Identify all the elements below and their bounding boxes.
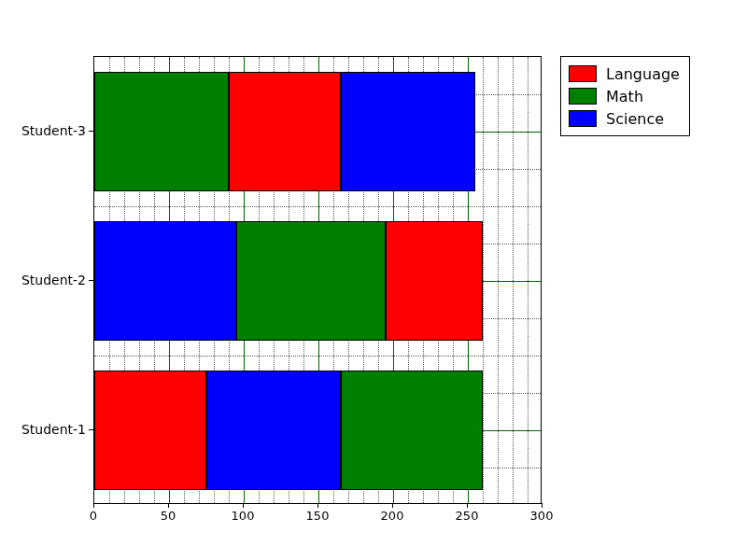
grid-minor-h: [94, 206, 541, 207]
legend-label: Language: [606, 65, 680, 83]
tick-mark: [89, 280, 93, 281]
grid-minor-h: [94, 356, 541, 357]
tick-mark: [542, 503, 543, 508]
y-tick-label: Student-2: [11, 273, 86, 287]
y-tick-label: Student-1: [11, 422, 86, 437]
bar-student3-science: [341, 72, 475, 191]
x-tick-label: 100: [232, 509, 255, 523]
x-tick-label: 150: [306, 509, 330, 523]
tick-mark: [317, 503, 318, 508]
legend-label: Science: [606, 110, 664, 128]
legend-label: Math: [606, 88, 643, 105]
legend-swatch-icon: [569, 110, 597, 127]
tick-mark: [89, 429, 93, 430]
tick-mark: [243, 503, 244, 508]
tick-mark: [467, 503, 468, 508]
x-tick-label: 250: [456, 509, 479, 523]
legend-item-language: Language: [569, 63, 680, 85]
tick-mark: [89, 131, 93, 132]
bar-student3-language: [229, 72, 341, 191]
bar-student1-science: [206, 371, 341, 490]
bar-student2-language: [386, 221, 483, 341]
grid-minor-v: [483, 57, 484, 503]
x-tick-label: 0: [90, 509, 97, 523]
legend-swatch-icon: [569, 88, 597, 105]
grid-minor-v: [528, 57, 529, 503]
x-tick-label: 300: [530, 509, 554, 523]
grid-minor-v: [498, 57, 499, 503]
tick-mark: [168, 503, 169, 508]
x-tick-label: 200: [381, 509, 404, 523]
legend-swatch-icon: [569, 65, 597, 82]
tick-mark: [392, 503, 393, 508]
legend-item-science: Science: [569, 107, 680, 130]
bar-student2-math: [236, 221, 386, 341]
grid-minor-v: [513, 57, 514, 503]
x-tick-label: 50: [161, 509, 176, 523]
tick-mark: [93, 503, 94, 508]
legend: Language Math Science: [560, 56, 690, 136]
bar-student2-science: [94, 221, 236, 341]
y-tick-label: Student-3: [11, 123, 86, 138]
bar-student1-math: [341, 371, 483, 490]
legend-item-math: Math: [569, 85, 680, 107]
chart-plot-area: [93, 56, 542, 504]
bar-student3-math: [94, 72, 229, 191]
bar-student1-language: [94, 371, 206, 490]
